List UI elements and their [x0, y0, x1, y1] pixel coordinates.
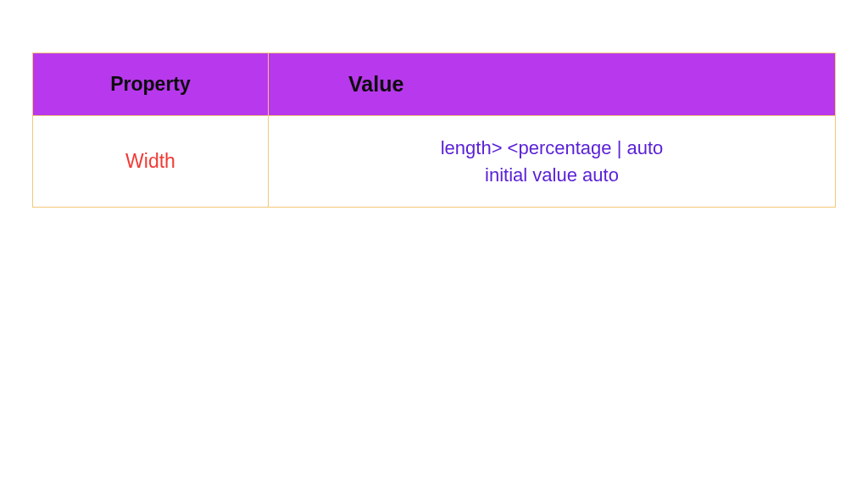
- header-value: Value: [269, 53, 836, 116]
- property-name: Width: [125, 150, 175, 172]
- cell-value: length> <percentage | auto initial value…: [269, 116, 836, 208]
- cell-property: Width: [33, 116, 269, 208]
- property-value-table: Property Value Width length> <percentage…: [32, 53, 836, 208]
- table-header-row: Property Value: [33, 53, 836, 116]
- value-line-1: length> <percentage | auto: [269, 135, 835, 162]
- header-property: Property: [33, 53, 269, 116]
- property-value: length> <percentage | auto initial value…: [269, 135, 835, 189]
- table-row: Width length> <percentage | auto initial…: [33, 116, 836, 208]
- value-line-2: initial value auto: [269, 162, 835, 189]
